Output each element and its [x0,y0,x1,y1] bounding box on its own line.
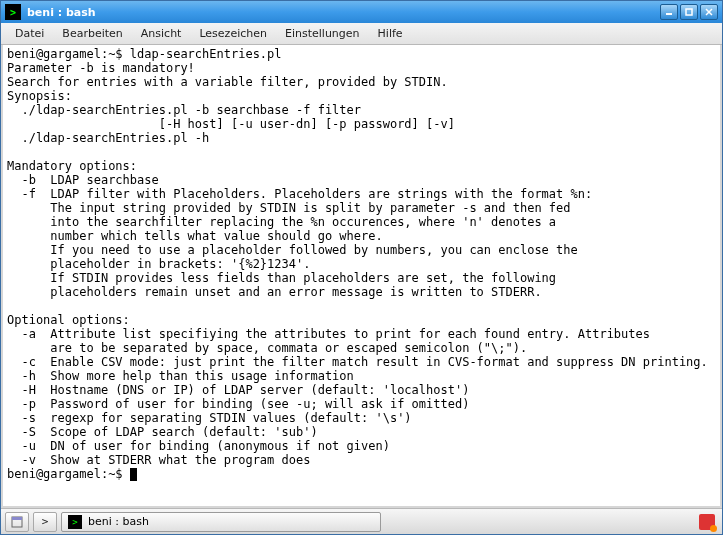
terminal-line: are to be separated by space, commata or… [7,341,716,355]
terminal-line: number which tells what value should go … [7,229,716,243]
terminal-line: Search for entries with a variable filte… [7,75,716,89]
menu-edit[interactable]: Bearbeiten [54,25,130,42]
terminal-line: -v Show at STDERR what the program does [7,453,716,467]
window-controls [660,4,718,20]
terminal-line: The input string provided by STDIN is sp… [7,201,716,215]
terminal-line [7,299,716,313]
terminal-line: [-H host] [-u user-dn] [-p password] [-v… [7,117,716,131]
svg-rect-1 [686,9,692,15]
terminal-line: beni@gargamel:~$ ldap-searchEntries.pl [7,47,716,61]
terminal-line: If you need to use a placeholder followe… [7,243,716,257]
menu-bookmarks[interactable]: Lesezeichen [191,25,275,42]
titlebar[interactable]: beni : bash [1,1,722,23]
menu-settings[interactable]: Einstellungen [277,25,368,42]
terminal-line: -H Hostname (DNS or IP) of LDAP server (… [7,383,716,397]
terminal-line: -S Scope of LDAP search (default: 'sub') [7,425,716,439]
terminal-prompt: beni@gargamel:~$ [7,467,716,481]
terminal-line: ./ldap-searchEntries.pl -b searchbase -f… [7,103,716,117]
tray-notification-icon[interactable] [699,514,715,530]
window-title: beni : bash [27,6,660,19]
terminal-line: -b LDAP searchbase [7,173,716,187]
desktop-launcher-icon[interactable] [5,512,29,532]
terminal-line: -f LDAP filter with Placeholders. Placeh… [7,187,716,201]
terminal-line: -a Attribute list specifiying the attrib… [7,327,716,341]
terminal-line: placeholder in brackets: '{%2}1234'. [7,257,716,271]
maximize-button[interactable] [680,4,698,20]
terminal-window: beni : bash Datei Bearbeiten Ansicht Les… [0,0,723,535]
terminal-task-icon [68,515,82,529]
taskbar-active-label: beni : bash [88,515,149,528]
svg-rect-5 [12,517,22,520]
terminal-line: -u DN of user for binding (anonymous if … [7,439,716,453]
menu-file[interactable]: Datei [7,25,52,42]
menu-help[interactable]: Hilfe [370,25,411,42]
menubar: Datei Bearbeiten Ansicht Lesezeichen Ein… [1,23,722,45]
terminal-line: into the searchfilter replacing the %n o… [7,215,716,229]
terminal-line: -c Enable CSV mode: just print the filte… [7,355,716,369]
terminal-line: -s regexp for separating STDIN values (d… [7,411,716,425]
terminal-launcher-icon[interactable] [33,512,57,532]
terminal-line: Synopsis: [7,89,716,103]
terminal-output[interactable]: beni@gargamel:~$ ldap-searchEntries.plPa… [1,45,722,508]
terminal-line: placeholders remain unset and an error m… [7,285,716,299]
taskbar-active-window[interactable]: beni : bash [61,512,381,532]
terminal-line: Parameter -b is mandatory! [7,61,716,75]
close-button[interactable] [700,4,718,20]
terminal-line: Mandatory options: [7,159,716,173]
terminal-line: ./ldap-searchEntries.pl -h [7,131,716,145]
terminal-line [7,145,716,159]
terminal-line: If STDIN provides less fields than place… [7,271,716,285]
terminal-line: -p Password of user for binding (see -u;… [7,397,716,411]
menu-view[interactable]: Ansicht [133,25,190,42]
minimize-button[interactable] [660,4,678,20]
terminal-app-icon [5,4,21,20]
taskbar: beni : bash [1,508,722,534]
cursor [130,468,137,481]
terminal-line: Optional options: [7,313,716,327]
terminal-line: -h Show more help than this usage inform… [7,369,716,383]
